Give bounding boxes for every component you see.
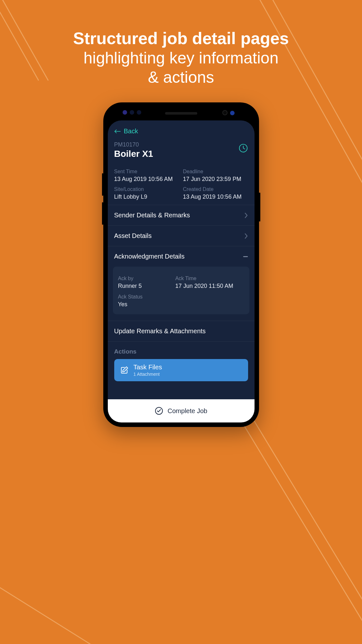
ack-time-label: Ack Time bbox=[175, 276, 244, 281]
minus-icon bbox=[243, 254, 248, 259]
arrow-left-icon bbox=[114, 129, 121, 134]
ack-time-value: 17 Jun 2020 11:50 AM bbox=[175, 283, 244, 289]
volume-up-button bbox=[102, 173, 103, 196]
task-files-title: Task Files bbox=[134, 364, 162, 371]
ack-status-value: Yes bbox=[118, 301, 244, 308]
created-label: Created Date bbox=[183, 186, 248, 192]
ack-status-label: Ack Status bbox=[118, 294, 244, 300]
update-remarks-row[interactable]: Update Remarks & Attachments bbox=[108, 321, 255, 342]
ack-by-label: Ack by bbox=[118, 276, 175, 281]
job-info-grid: Sent Time Deadline 13 Aug 2019 10:56 AM … bbox=[108, 159, 255, 205]
deadline-label: Deadline bbox=[183, 169, 248, 175]
actions-section-label: Actions bbox=[108, 342, 255, 359]
job-title: Boiler X1 bbox=[114, 149, 153, 159]
history-icon[interactable] bbox=[238, 143, 248, 153]
sent-time-value: 13 Aug 2019 10:56 AM bbox=[114, 176, 179, 183]
headline-light-1: highlighting key information bbox=[0, 48, 362, 68]
sender-details-label: Sender Details & Remarks bbox=[114, 212, 190, 219]
speaker-dots-right bbox=[222, 110, 237, 117]
site-label: Site/Location bbox=[114, 186, 179, 192]
asset-details-row[interactable]: Asset Details bbox=[108, 225, 255, 246]
update-remarks-label: Update Remarks & Attachments bbox=[114, 327, 206, 335]
job-header: PM10170 Boiler X1 bbox=[108, 138, 255, 159]
ack-by-value: Runner 5 bbox=[118, 283, 175, 289]
task-files-subtitle: 1 Attachment bbox=[134, 372, 162, 377]
chevron-right-icon bbox=[244, 213, 248, 218]
job-id: PM10170 bbox=[114, 141, 153, 148]
sent-time-label: Sent Time bbox=[114, 169, 179, 175]
volume-down-button bbox=[102, 202, 103, 225]
sender-details-row[interactable]: Sender Details & Remarks bbox=[108, 205, 255, 225]
chevron-right-icon bbox=[244, 233, 248, 239]
asset-details-label: Asset Details bbox=[114, 232, 152, 240]
site-value: Lift Lobby L9 bbox=[114, 194, 179, 200]
deadline-value: 17 Jun 2020 23:59 PM bbox=[183, 176, 248, 183]
ack-details-label: Acknowledgment Details bbox=[114, 253, 185, 260]
headline-bold: Structured job detail pages bbox=[0, 29, 362, 48]
check-circle-icon bbox=[155, 407, 163, 415]
speaker-dots-left bbox=[123, 110, 144, 116]
created-value: 13 Aug 2019 10:56 AM bbox=[183, 194, 248, 200]
phone-frame: Back PM10170 Boiler X1 Sent Time Deadlin… bbox=[103, 102, 259, 427]
ack-details-row[interactable]: Acknowledgment Details bbox=[108, 246, 255, 267]
task-files-button[interactable]: Task Files 1 Attachment bbox=[114, 359, 248, 381]
complete-job-button[interactable]: Complete Job bbox=[108, 399, 255, 422]
edit-icon bbox=[120, 366, 129, 375]
app-screen: Back PM10170 Boiler X1 Sent Time Deadlin… bbox=[108, 120, 255, 422]
ack-details-card: Ack by Ack Time Runner 5 17 Jun 2020 11:… bbox=[113, 267, 249, 314]
complete-job-label: Complete Job bbox=[168, 407, 207, 415]
marketing-header: Structured job detail pages highlighting… bbox=[0, 0, 362, 87]
back-button[interactable]: Back bbox=[108, 120, 255, 138]
power-button bbox=[259, 193, 260, 222]
headline-light-2: & actions bbox=[0, 68, 362, 87]
back-label: Back bbox=[124, 128, 138, 135]
